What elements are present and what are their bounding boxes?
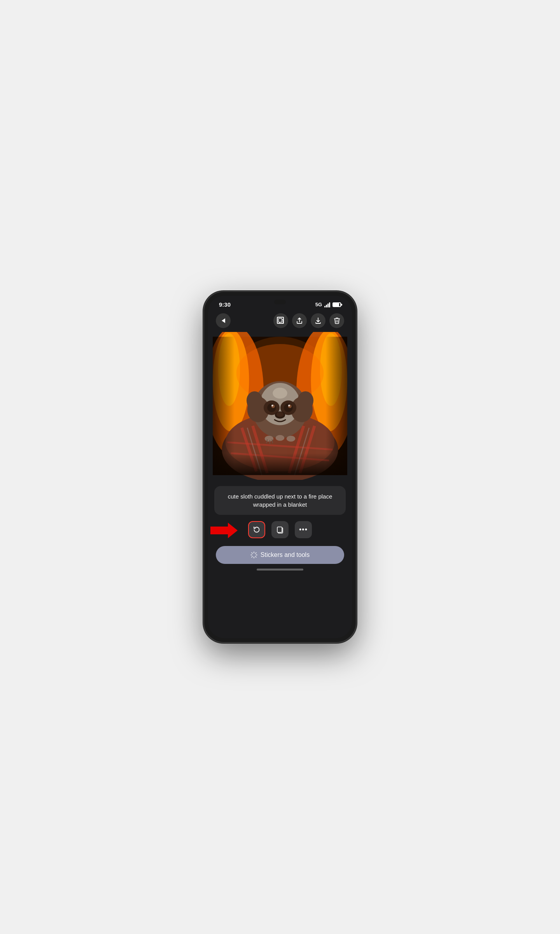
svg-point-40 — [276, 435, 284, 441]
svg-line-57 — [256, 553, 256, 553]
svg-marker-48 — [210, 523, 238, 538]
stickers-tools-label: Stickers and tools — [261, 551, 310, 558]
svg-point-41 — [287, 436, 295, 442]
network-label: 5G — [315, 302, 322, 307]
battery-icon — [332, 302, 341, 307]
prompt-card: cute sloth cuddled up next to a fire pla… — [214, 486, 346, 515]
home-bar — [257, 569, 303, 571]
sloth-illustration — [213, 332, 347, 480]
svg-point-38 — [298, 392, 313, 410]
svg-rect-1 — [278, 318, 282, 322]
red-arrow-indicator — [210, 521, 238, 540]
svg-point-29 — [284, 403, 292, 412]
status-icons: 5G — [315, 302, 341, 307]
stickers-tools-button[interactable]: Stickers and tools — [216, 546, 344, 564]
prompt-text: cute sloth cuddled up next to a fire pla… — [222, 492, 338, 509]
content-area: cute sloth cuddled up next to a fire pla… — [208, 480, 352, 565]
svg-point-32 — [271, 405, 273, 407]
regenerate-button[interactable] — [248, 521, 265, 538]
layers-button[interactable] — [271, 521, 289, 538]
back-button[interactable] — [216, 313, 231, 328]
svg-line-55 — [252, 553, 252, 553]
arrow-svg — [210, 521, 238, 540]
svg-point-33 — [288, 405, 290, 407]
back-icon — [222, 318, 225, 323]
magic-wand-icon — [250, 551, 257, 558]
phone-screen: 9:30 5G — [208, 296, 352, 638]
share-button[interactable] — [292, 313, 307, 328]
action-row: ••• — [214, 520, 346, 541]
svg-line-56 — [256, 557, 256, 557]
copy-svg-icon — [278, 318, 284, 324]
main-image — [213, 332, 347, 480]
phone-wrapper: 9:30 5G — [196, 286, 364, 648]
top-right-icons — [273, 313, 344, 328]
trash-icon — [334, 317, 340, 324]
status-time: 9:30 — [219, 301, 231, 308]
signal-icon — [324, 302, 330, 307]
more-icon: ••• — [299, 526, 308, 533]
phone-frame: 9:30 5G — [204, 292, 356, 642]
more-button[interactable]: ••• — [295, 521, 312, 538]
svg-point-36 — [273, 388, 287, 399]
copy-button[interactable] — [273, 313, 288, 328]
svg-point-37 — [247, 392, 262, 410]
share-icon — [296, 317, 303, 324]
download-button[interactable] — [311, 313, 326, 328]
top-bar — [208, 310, 352, 332]
camera-notch — [274, 300, 286, 304]
home-indicator — [208, 565, 352, 572]
svg-rect-47 — [213, 453, 347, 475]
regenerate-icon — [253, 526, 261, 534]
svg-line-58 — [252, 557, 252, 557]
delete-button[interactable] — [329, 313, 344, 328]
svg-point-28 — [267, 403, 276, 412]
svg-point-35 — [276, 412, 284, 417]
download-icon — [315, 317, 322, 324]
layers-icon — [276, 526, 284, 534]
svg-rect-50 — [277, 527, 282, 532]
